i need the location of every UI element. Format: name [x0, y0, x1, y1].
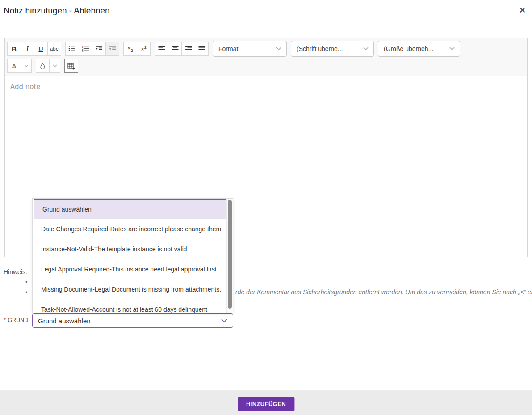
- page-title: Notiz hinzufügen - Ablehnen: [4, 4, 110, 17]
- indent-button[interactable]: [92, 42, 106, 56]
- justify-button[interactable]: [195, 42, 209, 56]
- reason-select-value: Grund auswählen: [38, 317, 91, 325]
- text-color-group: A: [7, 59, 32, 73]
- bullet-list-button[interactable]: [65, 42, 79, 56]
- script-group: ×2 ×2: [123, 42, 151, 56]
- subscript-button[interactable]: ×2: [123, 42, 137, 56]
- text-style-group: B I U abc: [7, 42, 61, 56]
- chevron-down-icon: [53, 64, 57, 68]
- required-asterisk: *: [4, 317, 6, 323]
- table-group: [64, 59, 78, 73]
- reason-option[interactable]: Instance-Not-Valid-The template instance…: [33, 239, 226, 259]
- indent-icon: [95, 46, 103, 52]
- text-color-dropdown-button[interactable]: [21, 59, 32, 73]
- reason-option[interactable]: Grund auswählen: [34, 199, 226, 219]
- bullet-icon: •: [25, 279, 28, 285]
- align-center-button[interactable]: [168, 42, 182, 56]
- highlight-color-button[interactable]: [36, 59, 50, 73]
- size-select[interactable]: (Größe überneh...: [378, 41, 460, 57]
- reason-options: Grund auswählen Date Changes Required-Da…: [33, 199, 226, 313]
- reason-label-text: GRUND: [8, 317, 28, 323]
- format-select[interactable]: Format: [213, 41, 287, 57]
- format-select-value: Format: [218, 45, 238, 52]
- numbered-list-button[interactable]: 1 2 3: [79, 42, 92, 56]
- align-center-icon: [172, 46, 179, 52]
- font-select[interactable]: (Schrift überne...: [291, 41, 374, 57]
- font-select-value: (Schrift überne...: [297, 45, 343, 52]
- text-color-button[interactable]: A: [7, 59, 21, 73]
- underline-button[interactable]: U: [34, 42, 48, 56]
- reason-option[interactable]: Date Changes Required-Dates are incorrec…: [33, 219, 226, 239]
- chevron-down-icon: [449, 47, 455, 51]
- svg-text:3: 3: [82, 50, 84, 52]
- reason-option[interactable]: Missing Document-Legal Document is missi…: [33, 279, 226, 300]
- outdent-icon: [109, 46, 116, 52]
- toolbar-row-2: A: [7, 59, 525, 73]
- superscript-icon: ×2: [141, 45, 147, 52]
- reason-option[interactable]: Task-Not-Allowed-Account is not at least…: [33, 300, 226, 313]
- header-divider: [0, 27, 532, 27]
- chevron-down-icon: [363, 47, 369, 51]
- dialog-footer: HINZUFÜGEN: [0, 390, 532, 415]
- numbered-list-icon: 1 2 3: [82, 46, 89, 52]
- highlight-color-dropdown-button[interactable]: [49, 59, 60, 73]
- subscript-icon: ×2: [127, 45, 133, 53]
- justify-icon: [198, 46, 205, 52]
- bullet-list-icon: [68, 46, 76, 52]
- list-indent-group: 1 2 3: [65, 42, 119, 56]
- italic-button[interactable]: I: [21, 42, 34, 56]
- bold-button[interactable]: B: [7, 42, 21, 56]
- toolbar-row-1: B I U abc 1 2: [7, 41, 525, 57]
- chevron-down-icon: [276, 47, 281, 51]
- listbox-scrollbar[interactable]: [226, 199, 233, 313]
- hint-label: Hinweis:: [4, 268, 27, 275]
- size-select-value: (Größe überneh...: [384, 45, 433, 52]
- scrollbar-thumb[interactable]: [228, 200, 232, 309]
- align-left-button[interactable]: [155, 42, 168, 56]
- reason-select[interactable]: Grund auswählen: [32, 313, 233, 328]
- chevron-down-icon: [221, 319, 227, 323]
- insert-table-icon: [67, 63, 75, 70]
- reason-option[interactable]: Legal Approval Required-This instance ne…: [33, 259, 226, 279]
- bullet-icon: •: [25, 289, 28, 296]
- outdent-button[interactable]: [105, 42, 119, 56]
- add-button[interactable]: HINZUFÜGEN: [238, 397, 294, 411]
- hint-bullet2-fragment-visible: rde der Kommentar aus Sicherheitsgründen…: [235, 288, 532, 296]
- chevron-down-icon: [24, 64, 29, 68]
- strikethrough-button[interactable]: abc: [47, 42, 61, 56]
- insert-table-button[interactable]: [64, 59, 78, 73]
- alignment-group: [155, 42, 209, 56]
- align-left-icon: [158, 46, 165, 52]
- editor-toolbar: B I U abc 1 2: [5, 38, 527, 76]
- highlight-color-group: [36, 59, 60, 73]
- superscript-button[interactable]: ×2: [137, 42, 151, 56]
- text-color-icon: A: [12, 62, 17, 70]
- align-right-button[interactable]: [181, 42, 195, 56]
- droplet-icon: [40, 63, 46, 69]
- align-right-icon: [185, 46, 192, 52]
- reason-label: *GRUND: [4, 317, 28, 323]
- add-note-dialog: Notiz hinzufügen - Ablehnen ✕ B I U abc: [0, 0, 532, 415]
- close-icon[interactable]: ✕: [519, 6, 526, 15]
- reason-listbox: Grund auswählen Date Changes Required-Da…: [32, 198, 233, 313]
